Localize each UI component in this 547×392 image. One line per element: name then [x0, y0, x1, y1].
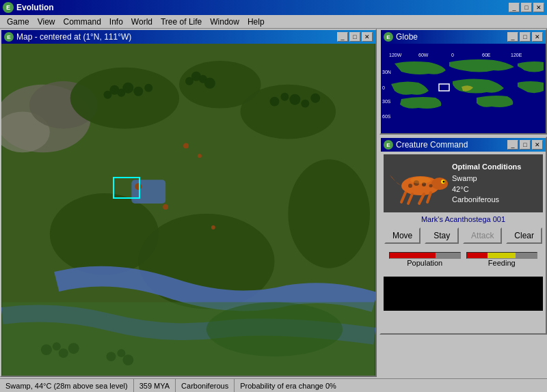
creature-close-button[interactable]: ✕: [532, 140, 543, 150]
menu-help[interactable]: Help: [243, 16, 269, 28]
attack-button[interactable]: Attack: [463, 227, 502, 244]
feeding-bar-item: Feeding: [466, 252, 538, 268]
map-window: E Map - centered at (1°N, 111°W) _ □ ✕: [0, 29, 377, 377]
svg-text:30S: 30S: [382, 99, 391, 104]
population-bar: [389, 252, 461, 259]
optimal-title: Optimal Conditions: [452, 162, 521, 172]
feeding-label: Feeding: [466, 259, 538, 267]
globe-content: 120W 60W 0 60E 120E 30N 0 30S 60S: [381, 44, 546, 133]
svg-text:60W: 60W: [418, 53, 429, 57]
svg-point-34: [198, 154, 202, 158]
title-bar-buttons: _ □ ✕: [509, 3, 544, 12]
map-title-bar: E Map - centered at (1°N, 111°W) _ □ ✕: [1, 30, 375, 44]
maximize-button[interactable]: □: [521, 3, 532, 12]
optimal-biome: Swamp: [452, 173, 521, 184]
map-window-title: Map - centered at (1°N, 111°W): [16, 32, 131, 42]
terrain-svg: [1, 44, 375, 376]
svg-point-16: [144, 84, 152, 92]
svg-point-4: [70, 68, 179, 129]
status-bar: Swamp, 44°C (28m above sea level) 359 MY…: [0, 378, 547, 392]
population-bar-item: Population: [389, 252, 461, 268]
globe-close-button[interactable]: ✕: [532, 32, 543, 42]
svg-point-54: [431, 178, 448, 190]
svg-point-59: [408, 184, 412, 188]
svg-point-9: [288, 159, 370, 268]
optimal-era: Carboniferous: [452, 195, 521, 205]
svg-text:30N: 30N: [382, 70, 391, 74]
svg-point-6: [241, 85, 336, 139]
svg-point-39: [206, 302, 343, 356]
app-title: Evolution: [16, 3, 54, 12]
clear-button[interactable]: Clear: [506, 227, 542, 244]
feeding-bar-red: [467, 253, 488, 258]
menu-info[interactable]: Info: [105, 16, 127, 28]
menu-command[interactable]: Command: [59, 16, 105, 28]
menu-bar: Game View Command Info World Tree of Lif…: [0, 15, 547, 29]
svg-point-20: [204, 78, 215, 89]
creature-command-window: E Creature Command _ □ ✕: [379, 137, 547, 335]
mya-status: 359 MYA: [134, 379, 176, 392]
feeding-bar: [466, 252, 538, 259]
creature-name: Mark's Acanthostega 001: [384, 215, 543, 223]
close-button[interactable]: ✕: [533, 3, 544, 12]
creature-minimize-button[interactable]: _: [507, 140, 518, 150]
menu-window[interactable]: Window: [206, 16, 243, 28]
terrain-status: Swamp, 44°C (28m above sea level): [0, 379, 134, 392]
svg-point-21: [270, 97, 280, 107]
creature-window-icon: E: [384, 140, 393, 150]
menu-game[interactable]: Game: [3, 16, 34, 28]
era-status: Carboniferous: [176, 379, 235, 392]
population-bar-fill: [390, 253, 436, 258]
globe-window-icon: E: [384, 32, 393, 42]
globe-title-bar: E Globe _ □ ✕: [381, 30, 546, 44]
selection-box: [113, 177, 140, 199]
stay-button[interactable]: Stay: [425, 227, 459, 244]
svg-point-24: [301, 100, 309, 108]
command-buttons: Move Stay Attack Clear: [384, 227, 543, 244]
map-canvas[interactable]: [1, 44, 375, 376]
map-window-icon: E: [4, 32, 14, 42]
svg-point-14: [122, 83, 133, 94]
feeding-bar-yellow: [488, 253, 516, 258]
minimize-button[interactable]: _: [509, 3, 520, 12]
optimal-conditions: Optimal Conditions Swamp 42°C Carbonifer…: [452, 162, 521, 206]
svg-point-35: [163, 204, 168, 210]
creature-bottom-area: [384, 277, 543, 311]
menu-tree-of-life[interactable]: Tree of Life: [157, 16, 206, 28]
menu-view[interactable]: View: [34, 16, 59, 28]
svg-point-25: [310, 94, 320, 103]
svg-point-15: [133, 87, 143, 96]
menu-world[interactable]: World: [127, 16, 157, 28]
svg-point-22: [280, 93, 289, 101]
optimal-temp: 42°C: [452, 184, 521, 195]
population-label: Population: [389, 259, 461, 267]
globe-window: E Globe _ □ ✕ 120W 60W 0 60E 120E 30N: [379, 29, 547, 135]
svg-text:120W: 120W: [389, 53, 402, 57]
creature-window-title: Creature Command: [396, 140, 468, 150]
svg-text:0: 0: [382, 85, 385, 90]
svg-text:60S: 60S: [382, 114, 391, 119]
bars-section: Population Feeding: [384, 249, 543, 274]
svg-text:120E: 120E: [511, 53, 522, 57]
creature-content: Optimal Conditions Swamp 42°C Carbonifer…: [381, 152, 546, 333]
globe-window-title: Globe: [396, 32, 418, 42]
globe-minimize-button[interactable]: _: [507, 32, 518, 42]
globe-maximize-button[interactable]: □: [520, 32, 531, 42]
move-button[interactable]: Move: [384, 227, 421, 244]
svg-point-23: [289, 94, 300, 105]
creature-title-bar: E Creature Command _ □ ✕: [381, 138, 546, 152]
map-maximize-button[interactable]: □: [349, 32, 360, 42]
map-minimize-button[interactable]: _: [337, 32, 348, 42]
svg-point-36: [211, 225, 215, 229]
svg-point-60: [429, 184, 433, 187]
globe-svg: 120W 60W 0 60E 120E 30N 0 30S 60S: [381, 44, 546, 133]
creature-display: Optimal Conditions Swamp 42°C Carbonifer…: [384, 154, 543, 212]
app-icon: E: [3, 2, 14, 13]
map-close-button[interactable]: ✕: [362, 32, 373, 42]
main-area: E Map - centered at (1°N, 111°W) _ □ ✕: [0, 29, 547, 390]
svg-text:0: 0: [451, 53, 454, 57]
svg-point-33: [183, 143, 189, 148]
creature-maximize-button[interactable]: □: [520, 140, 531, 150]
probability-status: Probability of era change 0%: [235, 379, 342, 392]
svg-text:60E: 60E: [482, 53, 491, 57]
